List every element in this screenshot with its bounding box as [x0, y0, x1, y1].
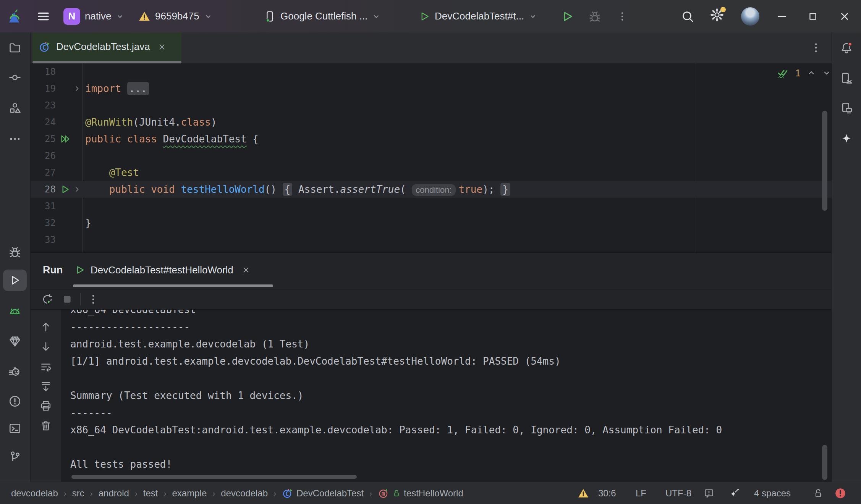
tool-stripe-button-problems[interactable] — [3, 391, 27, 412]
ai-code-completion-status[interactable] — [729, 482, 740, 504]
run-console[interactable]: x86_64 DevCodelabTest-------------------… — [31, 310, 832, 482]
inspection-count: 1 — [795, 68, 801, 79]
breadcrumb-item[interactable]: devcodelab — [11, 488, 58, 499]
tab-options-icon[interactable] — [810, 42, 822, 54]
avatar — [741, 7, 759, 26]
tool-stripe-button-logcat-android[interactable] — [3, 301, 27, 322]
tool-stripe-button-run[interactable] — [3, 270, 27, 291]
tool-stripe-button-running-devices[interactable] — [835, 68, 858, 89]
editor-scrollbar[interactable] — [822, 111, 827, 211]
stop-icon[interactable] — [61, 293, 73, 305]
breadcrumb-item[interactable]: test — [143, 488, 158, 499]
code-text: @RunWith(JUnit4.class) — [85, 114, 217, 131]
run-configuration-selector[interactable]: DevCodelabTest#t... — [419, 0, 537, 32]
run-more-options-icon[interactable] — [87, 293, 99, 305]
tool-stripe-button-version-control[interactable] — [3, 446, 27, 467]
code-token — [145, 184, 151, 195]
close-window-button[interactable] — [839, 0, 850, 32]
tool-stripe-button-debug[interactable] — [3, 241, 27, 263]
code-token: true — [459, 184, 483, 195]
code-text: public void testHelloWorld() { Assert.as… — [85, 181, 510, 198]
tool-stripe-button-commit[interactable] — [3, 67, 27, 88]
scroll-to-end-icon[interactable] — [40, 380, 52, 393]
breadcrumb-label: src — [72, 488, 84, 499]
tool-stripe-button-more-tool-windows[interactable] — [3, 128, 27, 150]
scroll-down-icon[interactable] — [40, 341, 52, 353]
breadcrumb-item[interactable]: devcodelab — [221, 488, 268, 499]
main-menu-button[interactable] — [37, 0, 50, 32]
tool-stripe-button-notifications-bell[interactable] — [835, 37, 858, 58]
breadcrumb-item[interactable]: android — [99, 488, 129, 499]
minimize-icon — [776, 11, 788, 22]
right-tool-stripe — [832, 32, 861, 482]
breadcrumb-item[interactable]: example — [172, 488, 207, 499]
tool-stripe-button-gemini-sparkle[interactable] — [835, 128, 858, 150]
close-tab-icon[interactable] — [158, 43, 166, 51]
line-ending-selector[interactable]: LF — [636, 482, 646, 504]
fold-chevron-icon[interactable] — [73, 185, 82, 194]
breadcrumb-item[interactable]: src — [72, 488, 84, 499]
close-run-tab-icon[interactable] — [242, 266, 250, 274]
code-token: ); — [482, 184, 494, 195]
project-selector[interactable]: N native — [63, 0, 124, 32]
error-notification[interactable] — [834, 482, 846, 504]
user-avatar[interactable] — [741, 0, 759, 32]
tests-passed-check-icon — [777, 67, 789, 79]
run-button[interactable] — [561, 0, 574, 32]
breadcrumb-item[interactable]: mtestHelloWorld — [378, 488, 463, 499]
encoding-label: UTF-8 — [665, 488, 691, 499]
clear-console-icon[interactable] — [40, 420, 52, 432]
tool-stripe-button-app-quality-insights[interactable] — [3, 331, 27, 352]
gemini-sparkle-icon — [840, 132, 853, 145]
next-issue-icon[interactable] — [822, 68, 831, 78]
more-actions-button[interactable] — [617, 0, 628, 32]
version-control-icon — [8, 450, 21, 463]
status-feedback[interactable] — [704, 482, 714, 504]
scroll-up-icon[interactable] — [40, 321, 52, 333]
encoding-selector[interactable]: UTF-8 — [665, 482, 691, 504]
console-v-scrollbar[interactable] — [822, 445, 827, 480]
tool-stripe-button-terminal[interactable] — [3, 418, 27, 439]
breadcrumb-label: test — [143, 488, 158, 499]
editor-line-23: 23 — [31, 97, 832, 114]
print-icon[interactable] — [40, 400, 52, 412]
file-lock-toggle[interactable] — [813, 482, 824, 504]
code-text: import ... — [85, 80, 149, 97]
console-h-scrollbar[interactable] — [71, 475, 357, 479]
status-bar: devcodelab›src›android›test›example›devc… — [0, 482, 861, 504]
tool-stripe-button-profiler[interactable] — [3, 362, 27, 383]
editor-tab-label: DevCodelabTest.java — [56, 41, 150, 53]
indent-selector[interactable]: 4 spaces — [754, 482, 791, 504]
prev-issue-icon[interactable] — [807, 68, 816, 78]
settings-button[interactable] — [710, 0, 724, 32]
tool-stripe-button-device-mirror[interactable] — [835, 97, 858, 119]
device-selector[interactable]: Google Cuttlefish ... — [264, 0, 380, 32]
running-devices-icon — [840, 72, 853, 85]
status-warning[interactable] — [578, 482, 589, 504]
minimize-button[interactable] — [776, 0, 788, 32]
caret-position[interactable]: 30:6 — [598, 482, 616, 504]
rerun-icon[interactable] — [41, 293, 53, 305]
editor-tab-active[interactable]: C DevCodelabTest.java — [32, 32, 181, 61]
caret-position-label: 30:6 — [598, 488, 616, 499]
search-everywhere-button[interactable] — [681, 0, 694, 32]
line-number: 28 — [31, 181, 56, 198]
maximize-button[interactable] — [808, 0, 818, 32]
settings-notification-dot — [720, 7, 726, 12]
run-tab[interactable]: DevCodelabTest#testHelloWorld — [74, 253, 250, 287]
run-all-icon[interactable] — [60, 133, 71, 145]
tool-stripe-button-resource-manager[interactable] — [3, 97, 27, 119]
breadcrumb-label: example — [172, 488, 207, 499]
tool-stripe-button-project-folder[interactable] — [3, 37, 27, 58]
branch-selector[interactable]: 9659b475 — [138, 0, 212, 32]
console-line: x86_64 DevCodelabTest — [70, 310, 722, 318]
fold-chevron-icon[interactable] — [73, 84, 82, 93]
terminal-icon — [8, 422, 21, 435]
debug-button[interactable] — [588, 0, 601, 32]
breadcrumb-item[interactable]: CDevCodelabTest — [282, 488, 364, 499]
code-editor[interactable]: 1819import ...2324@RunWith(JUnit4.class)… — [31, 63, 832, 252]
inspections-widget[interactable]: 1 — [777, 65, 831, 81]
soft-wrap-icon[interactable] — [40, 361, 52, 373]
editor-line-25: 25public class DevCodelabTest { — [31, 131, 832, 147]
run-single-icon[interactable] — [60, 184, 71, 195]
